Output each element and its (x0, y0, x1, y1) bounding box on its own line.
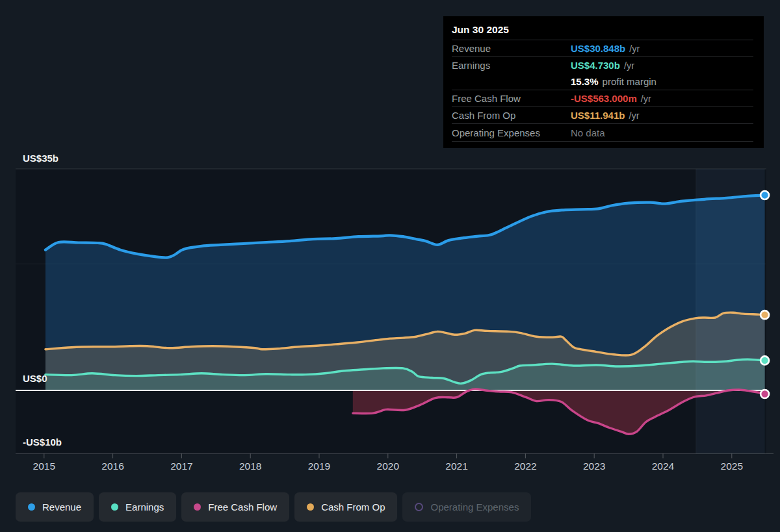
x-axis-label: 2017 (170, 461, 192, 472)
cash-from-op-endpoint-marker[interactable] (760, 310, 769, 319)
legend-cash-from-op[interactable]: Cash From Op (294, 492, 397, 522)
legend-label: Earnings (125, 501, 164, 513)
tooltip-value-suffix: /yr (629, 44, 640, 54)
tooltip-row-free-cash-flow: Free Cash Flow -US$563.000m /yr (452, 90, 753, 107)
profit-margin-text: profit margin (603, 76, 656, 87)
free-cash-flow-dot-icon (194, 503, 201, 511)
legend-label: Free Cash Flow (208, 501, 277, 513)
tooltip-value: No data (571, 127, 605, 138)
legend-label: Revenue (42, 501, 81, 513)
x-axis-label: 2018 (239, 461, 261, 472)
y-axis-label-neg10b: -US$10b (23, 437, 62, 448)
legend-earnings[interactable]: Earnings (99, 492, 176, 522)
chart-tooltip: Jun 30 2025 Revenue US$30.848b /yr Earni… (443, 16, 764, 148)
tooltip-value-suffix: /yr (629, 110, 639, 121)
legend-label: Operating Expenses (430, 501, 519, 513)
x-axis-label: 2023 (583, 461, 605, 472)
tooltip-row-cash-from-op: Cash From Op US$11.941b /yr (452, 107, 753, 123)
tooltip-value-suffix: /yr (624, 60, 634, 71)
tooltip-value-suffix: /yr (641, 94, 651, 104)
tooltip-label: Operating Expenses (452, 127, 571, 138)
tooltip-value: -US$563.000m (571, 93, 637, 104)
x-axis-label: 2015 (33, 461, 55, 472)
legend-revenue[interactable]: Revenue (16, 492, 94, 522)
profit-margin-percent: 15.3% (571, 76, 599, 87)
x-axis-label: 2020 (377, 461, 400, 472)
operating-expenses-ring-icon (415, 503, 423, 511)
legend-operating-expenses[interactable]: Operating Expenses (402, 492, 531, 522)
tooltip-label: Revenue (452, 43, 571, 54)
x-axis-label: 2022 (514, 461, 536, 472)
x-axis-label: 2021 (445, 461, 467, 472)
tooltip-row-revenue: Revenue US$30.848b /yr (452, 40, 753, 57)
y-axis-label-35b: US$35b (23, 153, 58, 164)
chart-legend: Revenue Earnings Free Cash Flow Cash Fro… (16, 492, 531, 522)
revenue-dot-icon (28, 503, 35, 511)
tooltip-label: Free Cash Flow (452, 93, 571, 104)
highlight-band (696, 169, 765, 453)
earnings-dot-icon (111, 503, 118, 511)
tooltip-value: US$30.848b (571, 43, 625, 54)
free-cash-flow-endpoint-marker[interactable] (760, 390, 769, 398)
financial-history-chart-page: 2015201620172018201920202021202220232024… (0, 0, 780, 532)
tooltip-label: Cash From Op (452, 110, 571, 121)
x-axis-label: 2019 (308, 461, 330, 472)
y-axis-label-zero: US$0 (23, 373, 47, 384)
revenue-endpoint-marker[interactable] (760, 191, 769, 199)
cash-from-op-dot-icon (307, 503, 314, 511)
tooltip-value: US$11.941b (571, 110, 625, 121)
legend-free-cash-flow[interactable]: Free Cash Flow (181, 492, 289, 522)
tooltip-label: Earnings (452, 60, 571, 71)
tooltip-value: US$4.730b (571, 60, 620, 71)
tooltip-row-operating-expenses: Operating Expenses No data (452, 123, 753, 142)
earnings-endpoint-marker[interactable] (760, 356, 769, 364)
tooltip-date: Jun 30 2025 (452, 22, 753, 38)
x-axis-label: 2025 (721, 461, 743, 472)
tooltip-row-profit-margin: 15.3% profit margin (452, 73, 753, 90)
x-axis-label: 2016 (101, 461, 124, 472)
tooltip-row-earnings: Earnings US$4.730b /yr (452, 57, 753, 73)
legend-label: Cash From Op (321, 501, 385, 513)
x-axis-label: 2024 (652, 461, 675, 472)
